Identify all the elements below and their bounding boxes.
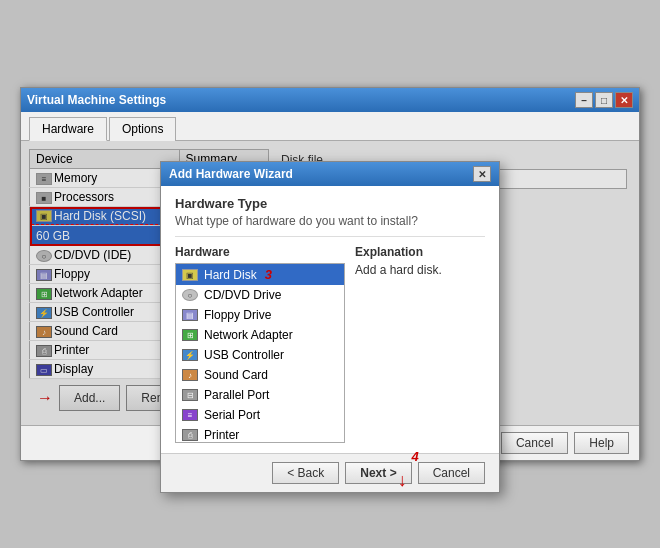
next-button[interactable]: Next > 4 ↓ xyxy=(345,462,411,484)
cancel-button[interactable]: Cancel xyxy=(501,432,568,454)
wizard-body: Hardware Type What type of hardware do y… xyxy=(161,186,499,453)
explanation-text: Add a hard disk. xyxy=(355,263,485,277)
hw-item-label: CD/DVD Drive xyxy=(204,288,281,302)
hw-item-serial[interactable]: ≡ Serial Port xyxy=(176,405,344,425)
hw-item-label: Sound Card xyxy=(204,368,268,382)
hw-item-label: Floppy Drive xyxy=(204,308,271,322)
hard-disk-icon: ▣ xyxy=(182,269,198,281)
floppy-drive-icon: ▤ xyxy=(182,309,198,321)
annotation-3: 3 xyxy=(265,267,272,282)
tab-bar: Hardware Options xyxy=(21,112,639,141)
hw-item-cd-dvd[interactable]: ○ CD/DVD Drive xyxy=(176,285,344,305)
tab-hardware[interactable]: Hardware xyxy=(29,117,107,141)
hw-item-label: Parallel Port xyxy=(204,388,269,402)
hardware-list[interactable]: ▣ Hard Disk 3 ○ CD/DVD Drive ▤ xyxy=(175,263,345,443)
wizard-footer: < Back Next > 4 ↓ Cancel xyxy=(161,453,499,492)
hw-item-label: Printer xyxy=(204,428,239,442)
wizard-close-button[interactable]: ✕ xyxy=(473,166,491,182)
main-window: Virtual Machine Settings – □ ✕ Hardware … xyxy=(20,87,640,461)
wizard-title: Add Hardware Wizard xyxy=(169,167,293,181)
hw-item-printer[interactable]: ⎙ Printer xyxy=(176,425,344,443)
explanation-column: Explanation Add a hard disk. xyxy=(355,245,485,443)
annotation-4: 4 xyxy=(411,449,418,464)
hw-item-floppy[interactable]: ▤ Floppy Drive xyxy=(176,305,344,325)
back-button[interactable]: < Back xyxy=(272,462,339,484)
wizard-overlay: Add Hardware Wizard ✕ Hardware Type What… xyxy=(21,141,639,425)
window-title: Virtual Machine Settings xyxy=(27,93,166,107)
hw-item-label: Serial Port xyxy=(204,408,260,422)
serial-port-icon: ≡ xyxy=(182,409,198,421)
hardware-col-label: Hardware xyxy=(175,245,345,259)
hardware-list-column: Hardware ▣ Hard Disk 3 ○ CD/DVD Drive xyxy=(175,245,345,443)
explanation-col-label: Explanation xyxy=(355,245,485,259)
printer-icon: ⎙ xyxy=(182,429,198,441)
tab-options[interactable]: Options xyxy=(109,117,176,141)
wizard-hardware-type-title: Hardware Type xyxy=(175,196,485,211)
wizard-header: Hardware Type What type of hardware do y… xyxy=(175,196,485,237)
hw-item-usb[interactable]: ⚡ USB Controller xyxy=(176,345,344,365)
sound-card-icon: ♪ xyxy=(182,369,198,381)
main-content: Device Summary ≡Memory 2 GB ■Processors … xyxy=(21,141,639,425)
cancel-wizard-button[interactable]: Cancel xyxy=(418,462,485,484)
hw-item-label: Network Adapter xyxy=(204,328,293,342)
wizard-title-bar: Add Hardware Wizard ✕ xyxy=(161,162,499,186)
title-bar: Virtual Machine Settings – □ ✕ xyxy=(21,88,639,112)
usb-icon: ⚡ xyxy=(182,349,198,361)
close-button[interactable]: ✕ xyxy=(615,92,633,108)
wizard-columns: Hardware ▣ Hard Disk 3 ○ CD/DVD Drive xyxy=(175,245,485,443)
help-button[interactable]: Help xyxy=(574,432,629,454)
annotation-arrow-4: ↓ xyxy=(398,470,407,491)
cd-dvd-icon: ○ xyxy=(182,289,198,301)
minimize-button[interactable]: – xyxy=(575,92,593,108)
wizard-hardware-type-subtitle: What type of hardware do you want to ins… xyxy=(175,214,485,228)
hw-item-label: Hard Disk xyxy=(204,268,257,282)
maximize-button[interactable]: □ xyxy=(595,92,613,108)
parallel-port-icon: ⊟ xyxy=(182,389,198,401)
hw-item-network[interactable]: ⊞ Network Adapter xyxy=(176,325,344,345)
hw-item-sound[interactable]: ♪ Sound Card xyxy=(176,365,344,385)
hw-item-label: USB Controller xyxy=(204,348,284,362)
title-bar-buttons: – □ ✕ xyxy=(575,92,633,108)
hw-item-hard-disk[interactable]: ▣ Hard Disk 3 xyxy=(176,264,344,285)
hw-item-parallel[interactable]: ⊟ Parallel Port xyxy=(176,385,344,405)
network-adapter-icon: ⊞ xyxy=(182,329,198,341)
add-hardware-wizard: Add Hardware Wizard ✕ Hardware Type What… xyxy=(160,161,500,493)
